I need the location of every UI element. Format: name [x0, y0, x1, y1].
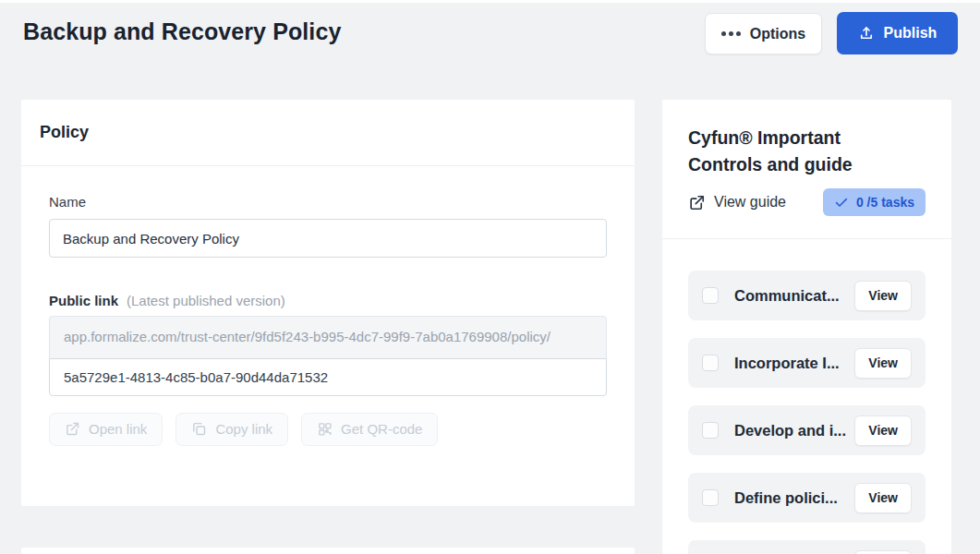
task-label: Incorporate I...: [734, 355, 840, 372]
top-divider: [0, 0, 980, 3]
task-view-button[interactable]: View: [854, 416, 912, 446]
tasks-badge-label: 0 /5 tasks: [856, 195, 914, 210]
task-label: Develop and i...: [734, 422, 846, 440]
name-label: Name: [49, 194, 607, 210]
public-link-hint: (Latest published version): [127, 293, 285, 308]
policy-name-input[interactable]: [49, 219, 607, 258]
guide-panel-title: Cyfun® Important Controls and guide: [688, 125, 896, 178]
policy-card: Policy Name Public link (Latest publishe…: [21, 100, 635, 506]
public-link-label: Public link: [49, 293, 118, 308]
publish-button-label: Publish: [884, 25, 938, 42]
external-link-icon: [65, 421, 80, 437]
task-view-button[interactable]: View: [854, 281, 912, 311]
task-checkbox[interactable]: [702, 422, 719, 439]
copy-icon: [191, 421, 207, 437]
task-item: Develop and i... View: [688, 405, 926, 455]
page-title: Backup and Recovery Policy: [23, 18, 341, 45]
task-item: Incorporate I... View: [688, 338, 926, 388]
publish-button[interactable]: Publish: [837, 12, 958, 54]
task-item: Communicat... View: [688, 271, 926, 320]
task-checkbox[interactable]: [702, 287, 719, 304]
task-view-button[interactable]: View: [854, 550, 912, 554]
task-checkbox[interactable]: [702, 489, 719, 506]
open-link-label: Open link: [89, 421, 147, 437]
qr-code-icon: [317, 421, 333, 437]
get-qr-code-button[interactable]: Get QR-code: [301, 413, 438, 446]
upload-icon: [858, 25, 875, 42]
open-link-button[interactable]: Open link: [49, 413, 163, 446]
options-button[interactable]: Options: [705, 13, 822, 54]
guide-panel: Cyfun® Important Controls and guide View…: [662, 100, 951, 554]
task-item: View: [688, 540, 926, 554]
tasks-progress-badge[interactable]: 0 /5 tasks: [823, 188, 926, 216]
task-checkbox[interactable]: [702, 355, 719, 371]
next-section-card-peek: [21, 548, 635, 554]
task-label: Define polici...: [734, 489, 838, 507]
public-link-slug-input[interactable]: [49, 358, 607, 396]
task-view-button[interactable]: View: [854, 348, 912, 379]
public-link-base: app.formalize.com/trust-center/9fd5f243-…: [49, 316, 607, 359]
task-item: Define polici... View: [688, 473, 926, 523]
view-guide-label: View guide: [714, 194, 786, 211]
policy-card-title: Policy: [21, 100, 635, 166]
copy-link-label: Copy link: [215, 421, 272, 437]
view-guide-link[interactable]: View guide: [688, 194, 786, 211]
ellipsis-icon: [721, 31, 741, 36]
options-button-label: Options: [750, 26, 805, 42]
external-link-icon: [688, 194, 706, 211]
task-list: Communicat... View Incorporate I... View…: [688, 239, 926, 554]
get-qr-code-label: Get QR-code: [341, 421, 422, 437]
check-icon: [834, 195, 849, 210]
task-label: Communicat...: [734, 287, 840, 305]
task-view-button[interactable]: View: [854, 483, 912, 513]
copy-link-button[interactable]: Copy link: [175, 413, 288, 446]
